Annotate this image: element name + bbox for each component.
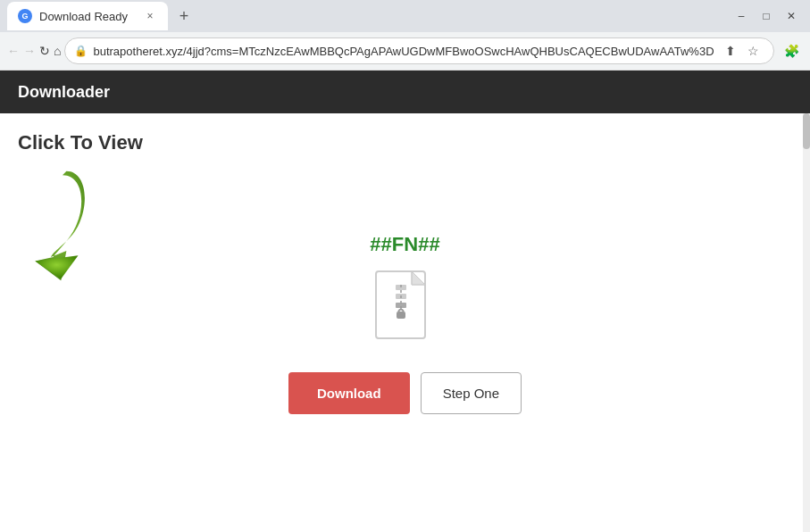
lock-icon: 🔒 bbox=[74, 45, 88, 57]
svg-rect-9 bbox=[397, 312, 405, 319]
tab-title: Download Ready bbox=[39, 10, 128, 23]
home-button[interactable]: ⌂ bbox=[54, 37, 61, 65]
close-button[interactable]: ✕ bbox=[780, 4, 803, 28]
file-icon bbox=[372, 267, 438, 347]
address-actions: ⬆ ☆ bbox=[720, 40, 764, 62]
nav-bar: ← → ↻ ⌂ 🔒 butrapotheret.xyz/4jjd?cms=MTc… bbox=[0, 32, 810, 70]
minimize-button[interactable]: – bbox=[730, 4, 753, 28]
click-to-view-label: Click To View bbox=[18, 131, 143, 154]
site-header: Downloader bbox=[0, 71, 810, 113]
browser-chrome: G Download Ready × + – □ ✕ ← → ↻ ⌂ 🔒 but… bbox=[0, 0, 810, 71]
download-button[interactable]: Download bbox=[288, 372, 410, 414]
main-content: Click To View ##FN## bbox=[0, 113, 810, 532]
address-bar[interactable]: 🔒 butrapotheret.xyz/4jjd?cms=MTczNzcEAwM… bbox=[64, 37, 773, 64]
toolbar-actions: 🧩 👤 ⋮ bbox=[778, 37, 810, 65]
back-button[interactable]: ← bbox=[7, 37, 20, 65]
window-controls: – □ ✕ bbox=[730, 4, 803, 28]
refresh-button[interactable]: ↻ bbox=[39, 37, 50, 65]
button-row: Download Step One bbox=[288, 372, 522, 414]
bookmark-icon[interactable]: ☆ bbox=[743, 40, 764, 62]
arrow-container bbox=[18, 163, 107, 288]
share-icon[interactable]: ⬆ bbox=[720, 40, 741, 62]
step-one-button[interactable]: Step One bbox=[421, 372, 522, 414]
url-text: butrapotheret.xyz/4jjd?cms=MTczNzcEAwMBB… bbox=[93, 45, 714, 58]
maximize-button[interactable]: □ bbox=[755, 4, 778, 28]
file-area: ##FN## Download Step One bbox=[288, 233, 522, 414]
scrollbar-thumb[interactable] bbox=[803, 113, 810, 149]
click-to-view-area: Click To View bbox=[18, 131, 143, 288]
svg-marker-0 bbox=[35, 255, 78, 278]
tab-favicon: G bbox=[18, 9, 32, 23]
filename-label: ##FN## bbox=[370, 233, 439, 256]
tab-close-button[interactable]: × bbox=[143, 9, 157, 23]
forward-button[interactable]: → bbox=[23, 37, 36, 65]
arrow-icon bbox=[18, 163, 107, 288]
site-title: Downloader bbox=[18, 83, 110, 102]
active-tab[interactable]: G Download Ready × bbox=[7, 2, 168, 30]
new-tab-button[interactable]: + bbox=[171, 4, 196, 29]
scrollbar[interactable] bbox=[803, 113, 810, 532]
extensions-icon[interactable]: 🧩 bbox=[778, 37, 806, 65]
title-bar: G Download Ready × + – □ ✕ bbox=[0, 0, 810, 32]
